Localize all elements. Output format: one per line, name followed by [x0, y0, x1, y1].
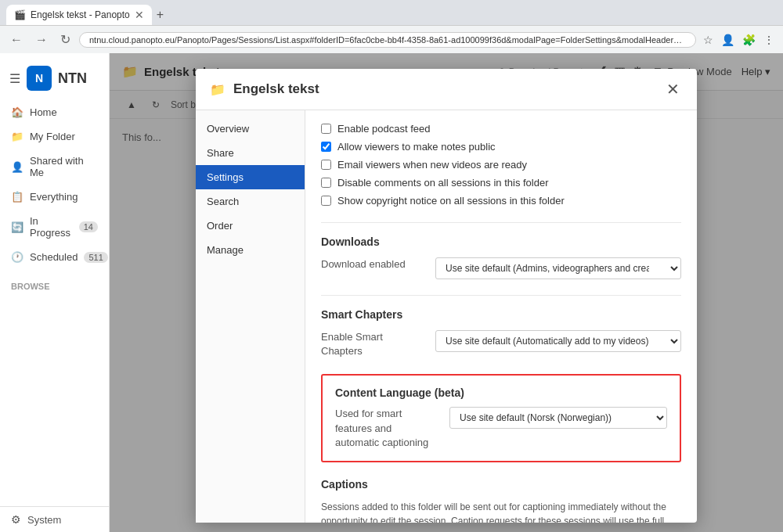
- smart-chapters-select[interactable]: Use site default (Automatically add to m…: [435, 330, 681, 352]
- menu-icon[interactable]: ⋮: [761, 32, 777, 48]
- smart-chapters-label: Enable Smart Chapters: [321, 330, 423, 358]
- brand-name: NTN: [58, 70, 87, 87]
- modal-overlay: 📁 Engelsk tekst ✕ Overview Share: [110, 53, 783, 532]
- bookmark-icon[interactable]: ☆: [701, 32, 716, 48]
- tab-favicon: 🎬: [14, 9, 26, 20]
- sidebar-item-home[interactable]: 🏠 Home: [0, 100, 109, 124]
- sidebar-item-label: My Folder: [30, 131, 75, 142]
- browser-chrome: 🎬 Engelsk tekst - Panopto ✕ + ← → ↻ ntnu…: [0, 0, 783, 53]
- sidebar-item-label: Scheduled: [30, 251, 78, 263]
- extensions-icon[interactable]: 🧩: [740, 32, 758, 48]
- podcast-label: Enable podcast feed: [337, 123, 431, 135]
- sidebar-nav: 🏠 Home 📁 My Folder 👤 Shared with Me 📋 Ev…: [0, 97, 109, 506]
- divider-1: [321, 222, 681, 223]
- sidebar-item-scheduled[interactable]: 🕐 Scheduled 511: [0, 245, 109, 269]
- browser-toolbar: ← → ↻ ntnu.cloud.panopto.eu/Panopto/Page…: [0, 25, 783, 53]
- modal-nav-manage[interactable]: Manage: [196, 238, 305, 262]
- forward-button[interactable]: →: [31, 31, 52, 49]
- sidebar-item-label: Everything: [30, 191, 78, 203]
- modal-nav-order[interactable]: Order: [196, 214, 305, 238]
- reload-button[interactable]: ↻: [56, 31, 74, 49]
- folder-icon: 📁: [11, 131, 23, 142]
- sidebar-item-myfolder[interactable]: 📁 My Folder: [0, 124, 109, 149]
- sidebar-item-shared[interactable]: 👤 Shared with Me: [0, 149, 109, 185]
- home-icon: 🏠: [11, 106, 23, 118]
- modal-nav-share[interactable]: Share: [196, 141, 305, 165]
- main-content: 📁 Engelsk tekst ⬇ Download Panopto ❮ ▩ ⚙…: [110, 53, 783, 532]
- sidebar-item-label: Shared with Me: [30, 155, 98, 178]
- modal-nav-search[interactable]: Search: [196, 189, 305, 214]
- smart-chapters-title: Smart Chapters: [321, 308, 681, 321]
- divider-2: [321, 295, 681, 296]
- app-container: ☰ N NTN 🏠 Home 📁 My Folder 👤 Shared with…: [0, 53, 783, 532]
- modal-nav-settings[interactable]: Settings: [196, 165, 305, 189]
- content-language-control-wrap: Use site default (Norsk (Norwegian)) Eng…: [449, 407, 667, 429]
- notes-checkbox[interactable]: [321, 142, 331, 152]
- content-language-form-row: Used for smart features and automatic ca…: [335, 407, 667, 450]
- captions-section: Captions Sessions added to this folder w…: [321, 478, 681, 523]
- scheduled-icon: 🕐: [11, 251, 23, 263]
- modal-sidebar: Overview Share Settings Search Order: [196, 110, 305, 523]
- browser-tab[interactable]: 🎬 Engelsk tekst - Panopto ✕: [6, 5, 152, 25]
- email-checkbox[interactable]: [321, 160, 331, 170]
- checkbox-comments: Disable comments on all sessions in this…: [321, 177, 681, 189]
- sidebar-item-label: Home: [30, 106, 57, 118]
- inprogress-icon: 🔄: [11, 221, 23, 233]
- hamburger-menu[interactable]: ☰: [9, 71, 20, 86]
- download-control-wrap: Use site default (Admins, videographers …: [435, 257, 681, 279]
- toolbar-icons: ☆ 👤 🧩 ⋮: [701, 32, 777, 48]
- smart-chapters-section: Smart Chapters Enable Smart Chapters Use…: [321, 308, 681, 358]
- download-label: Download enabled: [321, 257, 423, 271]
- smart-chapters-control-wrap: Use site default (Automatically add to m…: [435, 330, 681, 352]
- copyright-checkbox[interactable]: [321, 196, 331, 206]
- sidebar-item-everything[interactable]: 📋 Everything: [0, 185, 109, 209]
- system-label: System: [27, 514, 61, 526]
- back-button[interactable]: ←: [6, 31, 27, 49]
- podcast-checkbox[interactable]: [321, 124, 331, 134]
- system-gear-icon: ⚙: [11, 513, 21, 526]
- content-language-select[interactable]: Use site default (Norsk (Norwegian)) Eng…: [449, 407, 667, 429]
- modal-title: Engelsk tekst: [233, 81, 655, 97]
- downloads-section: Downloads Download enabled Use site defa…: [321, 235, 681, 279]
- profile-icon[interactable]: 👤: [719, 32, 737, 48]
- copyright-label: Show copyright notice on all sessions in…: [337, 195, 565, 207]
- sidebar-header: ☰ N NTN: [0, 59, 109, 97]
- inprogress-badge: 14: [79, 221, 98, 232]
- email-label: Email viewers when new videos are ready: [337, 159, 527, 171]
- download-select[interactable]: Use site default (Admins, videographers …: [435, 257, 681, 279]
- sidebar-logo: N: [27, 66, 52, 91]
- content-language-title: Content Language (beta): [335, 386, 667, 399]
- shared-icon: 👤: [11, 161, 23, 173]
- checkbox-copyright: Show copyright notice on all sessions in…: [321, 195, 681, 207]
- smart-chapters-form-row: Enable Smart Chapters Use site default (…: [321, 330, 681, 358]
- modal-close-button[interactable]: ✕: [663, 80, 683, 99]
- modal: 📁 Engelsk tekst ✕ Overview Share: [196, 69, 697, 523]
- comments-label: Disable comments on all sessions in this…: [337, 177, 549, 189]
- modal-folder-icon: 📁: [210, 82, 226, 97]
- content-language-section: Content Language (beta) Used for smart f…: [321, 374, 681, 462]
- sidebar-footer[interactable]: ⚙ System: [0, 506, 109, 532]
- notes-label: Allow viewers to make notes public: [337, 141, 496, 153]
- comments-checkbox[interactable]: [321, 178, 331, 188]
- downloads-title: Downloads: [321, 235, 681, 248]
- sidebar-item-inprogress[interactable]: 🔄 In Progress 14: [0, 209, 109, 245]
- modal-body: Overview Share Settings Search Order: [196, 110, 697, 523]
- modal-nav-overview[interactable]: Overview: [196, 117, 305, 141]
- sidebar-item-label: In Progress: [30, 215, 73, 239]
- everything-icon: 📋: [11, 191, 23, 203]
- address-bar[interactable]: ntnu.cloud.panopto.eu/Panopto/Pages/Sess…: [79, 32, 696, 48]
- sidebar: ☰ N NTN 🏠 Home 📁 My Folder 👤 Shared with…: [0, 53, 110, 532]
- tab-bar: 🎬 Engelsk tekst - Panopto ✕ +: [0, 0, 783, 25]
- downloads-form-row: Download enabled Use site default (Admin…: [321, 257, 681, 279]
- browse-section-label: Browse: [0, 275, 109, 297]
- checkbox-group: Enable podcast feed Allow viewers to mak…: [321, 123, 681, 207]
- new-tab-button[interactable]: +: [152, 8, 168, 22]
- tab-title: Engelsk tekst - Panopto: [31, 9, 130, 20]
- captions-desc: Sessions added to this folder will be se…: [321, 500, 681, 523]
- modal-settings-content: Enable podcast feed Allow viewers to mak…: [305, 110, 697, 523]
- content-language-desc: Used for smart features and automatic ca…: [335, 407, 437, 450]
- modal-header: 📁 Engelsk tekst ✕: [196, 69, 697, 110]
- checkbox-notes: Allow viewers to make notes public: [321, 141, 681, 153]
- close-tab-icon[interactable]: ✕: [135, 9, 144, 21]
- captions-title: Captions: [321, 478, 681, 491]
